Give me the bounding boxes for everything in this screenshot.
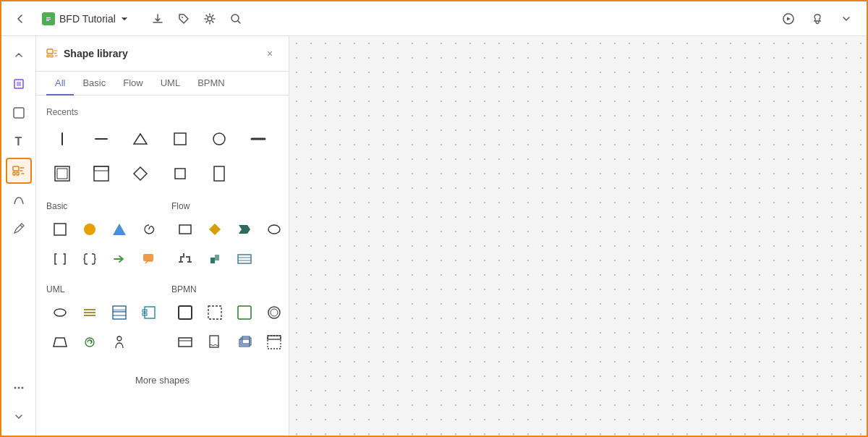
sidebar-collapse-btn[interactable] [6, 42, 32, 68]
bpmn-subprocess[interactable] [201, 299, 229, 326]
panel-title-text: Shape library [64, 48, 128, 59]
uml-circle-arrow[interactable] [76, 328, 103, 356]
uml-empty [135, 328, 163, 356]
flow-tree[interactable] [171, 245, 199, 273]
panel-content: Recents [36, 96, 289, 436]
svg-rect-48 [210, 258, 215, 263]
flow-chevron[interactable] [231, 216, 258, 243]
canvas-area[interactable] [289, 36, 867, 436]
bpmn-boundary[interactable] [171, 328, 199, 356]
tag-button[interactable] [172, 7, 195, 30]
settings-button[interactable] [198, 7, 221, 30]
svg-rect-69 [238, 306, 251, 319]
recents-grid [46, 123, 278, 190]
svg-point-5 [208, 17, 212, 21]
more-shapes-link[interactable]: More shapes [46, 368, 278, 389]
tab-all[interactable]: All [46, 72, 74, 96]
svg-point-14 [14, 387, 16, 389]
flow-striped-rect[interactable] [231, 245, 258, 273]
uml-trapezoid[interactable] [46, 328, 74, 356]
shape-framed-square[interactable] [46, 158, 78, 190]
more-button[interactable] [835, 7, 858, 30]
sidebar-library-btn[interactable] [6, 158, 32, 184]
tab-basic[interactable]: Basic [74, 72, 114, 96]
basic-circle-filled[interactable] [76, 216, 103, 243]
sidebar-text-btn[interactable]: T [6, 129, 32, 155]
bpmn-doc[interactable] [201, 328, 229, 356]
flow-diamond[interactable] [201, 216, 229, 243]
basic-grid [46, 216, 163, 273]
uml-person[interactable] [106, 328, 133, 356]
uml-lines[interactable] [76, 299, 103, 326]
uml-class[interactable] [106, 299, 133, 326]
shape-square[interactable] [164, 123, 196, 155]
bpmn-stack[interactable] [231, 328, 258, 356]
sidebar-pencil-btn[interactable] [6, 216, 32, 242]
shape-dash[interactable] [242, 123, 274, 155]
basic-triangle-filled[interactable] [106, 216, 133, 243]
sidebar-shape-btn[interactable] [6, 100, 32, 126]
main-area: T [1, 36, 867, 436]
basic-bracket[interactable] [46, 245, 74, 273]
back-button[interactable] [10, 9, 30, 29]
sidebar-purple-item[interactable] [6, 71, 32, 97]
doc-title-area[interactable]: BFD Tutorial [36, 9, 135, 28]
basic-square[interactable] [46, 216, 74, 243]
play-button[interactable] [777, 7, 800, 30]
uml-component[interactable] [135, 299, 163, 326]
sidebar-more-btn[interactable] [6, 375, 32, 401]
download-button[interactable] [146, 7, 169, 30]
bpmn-event[interactable] [231, 299, 258, 326]
flow-hourglass[interactable] [201, 245, 229, 273]
uml-section: UML [46, 284, 163, 356]
shape-split-rect[interactable] [85, 158, 117, 190]
flow-rect[interactable] [171, 216, 199, 243]
bpmn-grid [171, 299, 288, 356]
tab-bpmn[interactable]: BPMN [189, 72, 234, 96]
svg-point-4 [182, 17, 183, 18]
basic-spiral[interactable] [135, 216, 163, 243]
recents-title: Recents [46, 107, 278, 117]
bpmn-frame[interactable] [260, 328, 288, 356]
svg-point-15 [17, 387, 20, 389]
svg-rect-17 [47, 49, 53, 54]
uml-oval[interactable] [46, 299, 74, 326]
flow-title: Flow [171, 201, 288, 211]
top-toolbar: BFD Tutorial [1, 1, 867, 36]
shape-diamond[interactable] [124, 158, 156, 190]
bpmn-circle[interactable] [260, 299, 288, 326]
svg-rect-42 [180, 256, 184, 258]
shape-tall-rect[interactable] [203, 158, 235, 190]
tab-flow[interactable]: Flow [114, 72, 151, 96]
svg-rect-19 [51, 55, 53, 57]
share-button[interactable] [806, 7, 829, 30]
shape-circle[interactable] [203, 123, 235, 155]
uml-grid [46, 299, 163, 356]
panel-close-button[interactable]: × [261, 45, 278, 62]
svg-rect-79 [268, 336, 281, 339]
search-button[interactable] [224, 7, 247, 30]
basic-arrow-right[interactable] [106, 245, 133, 273]
svg-point-66 [117, 336, 122, 341]
tab-uml[interactable]: UML [152, 72, 189, 96]
flow-grid [171, 216, 288, 273]
flow-oval[interactable] [260, 216, 288, 243]
sidebar-collapse-bottom-btn[interactable] [6, 404, 32, 430]
shape-vertical-line[interactable] [46, 123, 78, 155]
svg-rect-12 [13, 172, 15, 175]
shape-horizontal-line[interactable] [85, 123, 117, 155]
basic-chat[interactable] [135, 245, 163, 273]
basic-brace[interactable] [76, 245, 103, 273]
sidebar-curve-btn[interactable] [6, 187, 32, 213]
shape-triangle[interactable] [124, 123, 156, 155]
svg-rect-37 [179, 225, 191, 234]
svg-marker-64 [54, 338, 67, 347]
svg-point-34 [84, 224, 95, 235]
svg-point-24 [213, 133, 225, 145]
bpmn-task[interactable] [171, 299, 199, 326]
svg-rect-9 [17, 82, 21, 86]
shape-small-square[interactable] [164, 158, 196, 190]
svg-marker-38 [209, 224, 221, 235]
flow-section: Flow [171, 201, 288, 273]
svg-marker-30 [134, 167, 147, 180]
